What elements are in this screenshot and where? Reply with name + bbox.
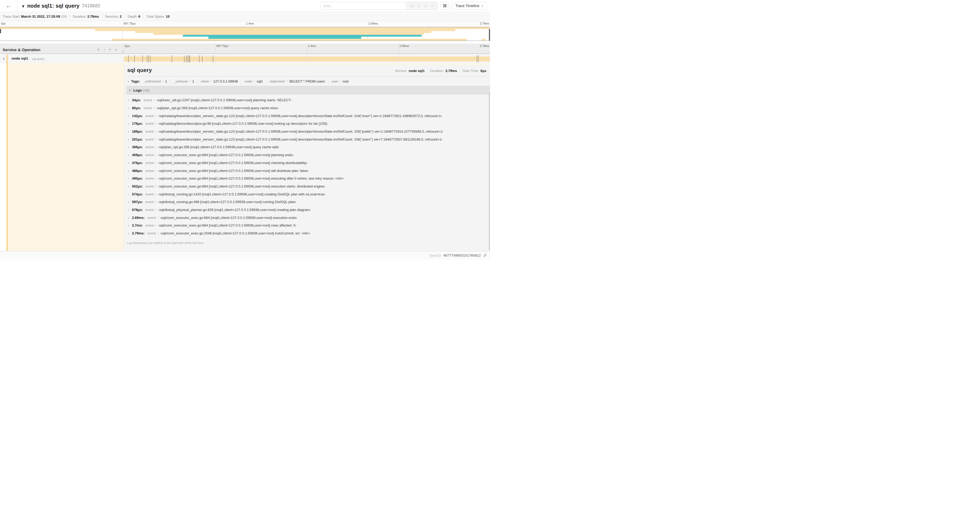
logs-collapse-icon[interactable]: ∨: [129, 89, 131, 92]
log-row[interactable]: ›142μs:event=‹sql/catalog/lease/descript…: [127, 112, 486, 120]
vertical-scrollbar-thumb[interactable]: [489, 92, 490, 251]
log-marker-tick[interactable]: [202, 55, 202, 62]
log-row[interactable]: ›366μs:event=‹sql/plan_opt.go:358 [nsql1…: [127, 143, 486, 151]
logs-accordion-header[interactable]: ∨ Logs (18): [126, 86, 490, 94]
log-row[interactable]: ›176μs:event=‹sql/catalog/descs/descript…: [127, 120, 486, 128]
expand-one-icon[interactable]: ›: [104, 48, 105, 51]
next-match-icon[interactable]: ∨: [424, 4, 427, 8]
trace-title-row[interactable]: ∨ node sql1: sql query 7418682: [22, 0, 100, 12]
log-timestamp: 2.7ms:: [132, 224, 143, 227]
log-row[interactable]: ›476μs:event=‹sql/conn_executor_exec.go:…: [127, 159, 486, 167]
summary-label: Total Spans: [146, 14, 164, 18]
link-icon[interactable]: [483, 254, 487, 257]
log-marker-tick[interactable]: [172, 55, 172, 62]
equals-sign: =: [162, 79, 164, 83]
summary-value: 2.79ms: [87, 14, 99, 18]
log-expander-icon[interactable]: ›: [128, 216, 132, 220]
log-expander-icon[interactable]: ›: [128, 161, 132, 165]
log-field-key: event: [145, 184, 154, 188]
divider: [427, 69, 428, 73]
tags-row[interactable]: › Tags: _unfinished=1_verbose=1client=12…: [127, 77, 486, 86]
collapse-all-icon[interactable]: »: [108, 48, 112, 50]
log-row[interactable]: ›34μs:event=‹sql/exec_util.go:2297 [nsql…: [127, 96, 486, 104]
expand-all-icon[interactable]: »: [115, 48, 117, 51]
log-expander-icon[interactable]: ›: [128, 224, 132, 227]
log-row[interactable]: ›201μs:event=‹sql/catalog/lease/descript…: [127, 135, 486, 143]
summary-item: Trace StartMarch 31 2022, 17:25:09.326: [3, 14, 67, 18]
equals-sign: =: [286, 79, 288, 83]
log-expander-icon[interactable]: ›: [128, 121, 132, 126]
log-expander-icon[interactable]: ›: [128, 106, 132, 110]
back-button[interactable]: ←: [0, 0, 18, 12]
trace-timeline-dropdown[interactable]: Trace Timeline ∨: [452, 2, 487, 10]
equals-sign: =: [155, 145, 157, 149]
log-row[interactable]: ›2.79ms:event=‹sql/conn_executor_exec.go…: [127, 230, 486, 237]
span-collapse-chevron-icon[interactable]: ∨: [3, 57, 5, 61]
log-row[interactable]: ›502μs:event=‹sql/conn_executor_exec.go:…: [127, 182, 486, 190]
tag-key: client: [201, 79, 208, 83]
minimap-span-bar: [183, 35, 422, 37]
log-expander-icon[interactable]: ›: [128, 145, 132, 149]
log-marker-tick[interactable]: [477, 55, 477, 62]
log-row[interactable]: ›189μs:event=‹sql/catalog/lease/descript…: [127, 128, 486, 136]
log-timestamp: 678μs:: [132, 208, 143, 212]
logs-title: Logs: [133, 88, 142, 92]
log-row[interactable]: ›495μs:event=‹sql/conn_executor_exec.go:…: [127, 174, 486, 182]
keyboard-shortcuts-button[interactable]: ⌘: [440, 2, 449, 10]
log-marker-tick[interactable]: [128, 55, 129, 62]
detail-operation-title: sql query: [127, 67, 152, 73]
locate-icon[interactable]: ◎: [410, 4, 413, 8]
equals-sign: =: [155, 130, 157, 133]
log-expander-icon[interactable]: ›: [128, 114, 132, 118]
log-marker-tick[interactable]: [147, 55, 147, 62]
log-expander-icon[interactable]: ›: [128, 200, 132, 204]
log-field-key: event: [145, 114, 154, 118]
spanid-label: SpanID:: [429, 254, 442, 257]
prev-match-icon[interactable]: ∧: [418, 4, 420, 8]
column-resizer-grip[interactable]: ‖: [122, 50, 123, 53]
log-marker-tick[interactable]: [134, 55, 135, 62]
log-marker-tick[interactable]: [478, 55, 479, 62]
minimap-canvas[interactable]: [0, 27, 490, 41]
log-row[interactable]: ›2.69ms:event=‹sql/conn_executor_exec.go…: [127, 214, 486, 222]
span-color-accent: [6, 54, 8, 63]
minimap-span-bar: [112, 39, 466, 41]
span-row-name-column[interactable]: ∨ node sql1 sql query: [0, 54, 124, 63]
span-row[interactable]: ∨ node sql1 sql query: [0, 54, 490, 63]
log-expander-icon[interactable]: ›: [128, 129, 132, 133]
clear-search-icon[interactable]: ×: [431, 4, 433, 8]
log-expander-icon[interactable]: ›: [128, 153, 132, 157]
collapse-trace-chevron-icon[interactable]: ∨: [22, 4, 25, 8]
log-marker-tick[interactable]: [184, 55, 185, 62]
log-row[interactable]: ›574μs:event=‹sql/distsql_running.go:142…: [127, 190, 486, 198]
minimap-right-handle[interactable]: [489, 27, 490, 41]
detail-color-accent: [6, 63, 8, 251]
log-row[interactable]: ›2.7ms:event=‹sql/conn_executor_exec.go:…: [127, 222, 486, 230]
collapse-one-icon[interactable]: ∨: [97, 48, 100, 51]
log-timestamp: 201μs:: [132, 137, 143, 141]
chevron-down-icon: ∨: [482, 5, 484, 7]
trace-timeline-label: Trace Timeline: [455, 4, 479, 8]
log-marker-tick[interactable]: [188, 55, 188, 62]
log-expander-icon[interactable]: ›: [128, 231, 132, 235]
log-row[interactable]: ›486μs:event=‹sql/conn_executor_exec.go:…: [127, 167, 486, 174]
log-expander-icon[interactable]: ›: [128, 192, 132, 196]
log-expander-icon[interactable]: ›: [128, 208, 132, 212]
log-row[interactable]: ›597μs:event=‹sql/distsql_running.go:498…: [127, 198, 486, 206]
log-row[interactable]: ›459μs:event=‹sql/conn_executor_exec.go:…: [127, 151, 486, 159]
log-expander-icon[interactable]: ›: [128, 137, 132, 141]
minimap-span-bar: [482, 39, 485, 41]
span-row-timeline[interactable]: [124, 54, 490, 63]
tags-expander-icon[interactable]: ›: [128, 79, 129, 83]
log-timestamp: 176μs:: [132, 121, 143, 126]
log-expander-icon[interactable]: ›: [128, 176, 132, 180]
log-row[interactable]: ›678μs:event=‹sql/distsql_physical_plann…: [127, 206, 486, 214]
log-field-value: ‹sql/conn_executor_exec.go:684 [nsql1,cl…: [158, 176, 344, 180]
log-expander-icon[interactable]: ›: [128, 98, 132, 102]
timeline-gridline: [215, 54, 216, 63]
log-expander-icon[interactable]: ›: [128, 169, 132, 173]
log-expander-icon[interactable]: ›: [128, 184, 132, 188]
log-row[interactable]: ›80μs:event=‹sql/plan_opt.go:358 [nsql1,…: [127, 104, 486, 112]
find-input[interactable]: [321, 2, 406, 10]
timeline-ruler: 0μs697.75μs1.4ms2.09ms2.79ms: [124, 43, 490, 54]
